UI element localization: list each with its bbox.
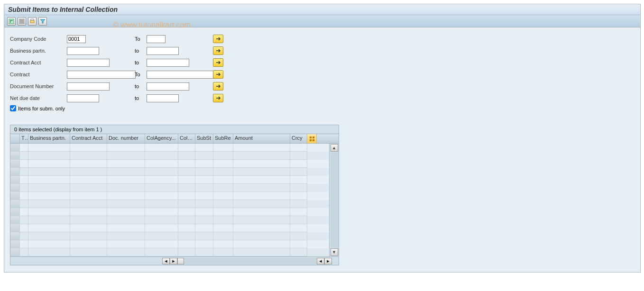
items-subm-label: Items for subm. only [18,106,65,111]
page-title: Submit Items to Internal Collection [4,4,640,15]
to-label: to [135,83,147,89]
col-colitm[interactable]: ColItm [178,134,195,143]
doc-number-label: Document Number [10,83,67,89]
doc-number-input[interactable] [67,82,110,91]
contract-acct-label: Contract Acct [10,60,67,65]
to-label: To [135,72,147,77]
svg-rect-12 [310,139,312,141]
col-colagency[interactable]: ColAgency... [145,134,178,143]
table-row[interactable] [10,152,329,160]
table-row[interactable] [10,184,329,192]
to-label: to [135,95,147,101]
table-row[interactable] [10,224,329,232]
net-due-to-input[interactable] [147,94,179,102]
svg-rect-2 [10,20,13,21]
col-doc-number[interactable]: Doc. number [107,134,145,143]
net-due-label: Net due date [10,95,67,101]
contract-label: Contract [10,72,67,77]
table-row[interactable] [10,216,329,224]
col-amount[interactable]: Amount [233,134,290,143]
multi-select-icon[interactable] [213,46,223,55]
toolbar [4,15,640,27]
grid-status: 0 items selected (display from item 1 ) [10,125,339,134]
table-row[interactable] [10,248,329,256]
to-label: To [135,36,147,42]
multi-select-icon[interactable] [213,35,223,43]
col-crcy[interactable]: Crcy [290,134,307,143]
multi-select-icon[interactable] [213,82,223,91]
table-row[interactable] [10,232,329,240]
svg-rect-10 [310,136,312,138]
table-row[interactable] [10,192,329,200]
to-label: to [135,48,147,54]
col-selector[interactable] [10,134,20,143]
horizontal-scrollbar[interactable]: ◄ ► ◄ ► [10,256,339,265]
filter-icon[interactable] [38,17,47,26]
company-code-label: Company Code [10,36,67,42]
svg-rect-8 [30,20,34,23]
scroll-up-icon[interactable]: ▲ [331,144,338,152]
contract-acct-input[interactable] [67,59,110,67]
col-tx[interactable]: Tx [20,134,28,143]
scroll-left-icon[interactable]: ◄ [162,258,170,264]
table-row[interactable] [10,200,329,208]
doc-number-to-input[interactable] [147,82,189,91]
col-business-partn[interactable]: Business partn. [28,134,70,143]
svg-rect-11 [313,136,314,138]
execute-icon[interactable] [7,17,16,26]
business-partn-label: Business partn. [10,48,67,54]
table-row[interactable] [10,160,329,168]
business-partn-to-input[interactable] [147,47,179,55]
business-partn-input[interactable] [67,47,99,55]
contract-to-input[interactable] [147,71,215,79]
print-icon[interactable] [28,17,37,26]
contract-input[interactable] [67,71,136,79]
col-subre[interactable]: SubRe [213,134,233,143]
svg-rect-0 [9,19,14,24]
company-code-to-input[interactable] [147,35,166,43]
table-row[interactable] [10,240,329,248]
grid-header: Tx Business partn. Contract Acct Doc. nu… [10,134,339,144]
svg-rect-9 [31,19,34,20]
scroll-right-icon[interactable]: ► [170,258,177,264]
contract-acct-to-input[interactable] [147,59,189,67]
scroll-left-icon[interactable]: ◄ [317,258,324,264]
results-grid: 0 items selected (display from item 1 ) … [10,125,339,265]
col-subst[interactable]: SubSt [195,134,213,143]
to-label: to [135,60,147,65]
vertical-scrollbar[interactable]: ▲ ▼ [329,144,339,256]
grid-config-icon[interactable] [307,134,317,143]
scroll-down-icon[interactable]: ▼ [331,248,338,256]
table-row[interactable] [10,144,329,152]
list-icon[interactable] [18,17,26,26]
col-contract-acct[interactable]: Contract Acct [70,134,107,143]
table-row[interactable] [10,176,329,184]
net-due-input[interactable] [67,94,99,102]
items-subm-checkbox[interactable] [10,105,16,111]
selection-form: Company Code To Business partn. to Contr… [4,27,640,272]
table-row[interactable] [10,208,329,216]
svg-rect-13 [313,139,314,141]
multi-select-icon[interactable] [213,94,223,102]
multi-select-icon[interactable] [213,58,223,67]
company-code-input[interactable] [67,35,86,43]
table-row[interactable] [10,168,329,176]
multi-select-icon[interactable] [213,70,223,79]
scroll-right-icon[interactable]: ► [324,258,332,264]
